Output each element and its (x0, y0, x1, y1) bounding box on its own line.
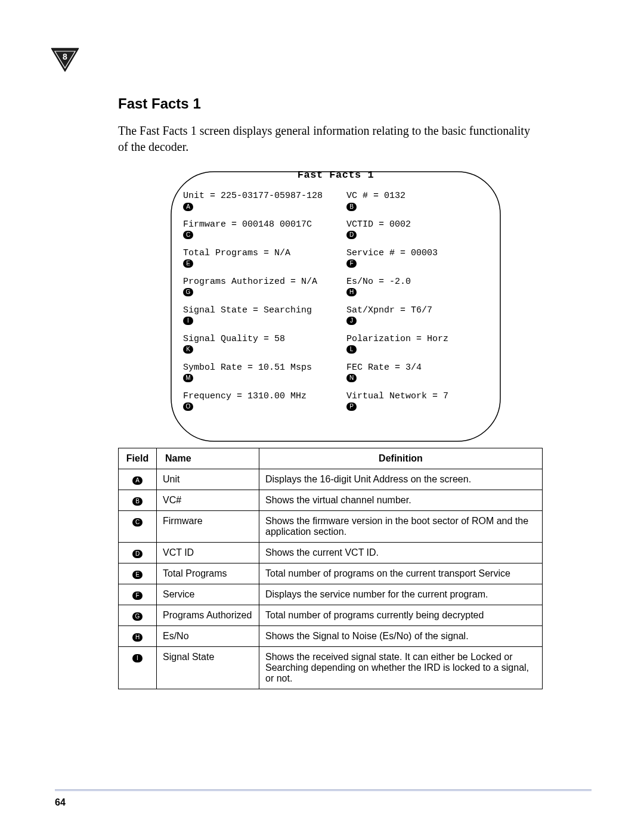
screen-value-text: Polarization = Horz (346, 335, 490, 345)
callout-marker: C (132, 518, 143, 527)
cell-definition: Displays the service number for the curr… (259, 584, 543, 605)
callout-marker: I (183, 317, 193, 325)
page-content: Fast Facts 1 The Fast Facts 1 screen dis… (118, 95, 541, 689)
cell-field: F (119, 584, 157, 605)
callout-marker: E (132, 571, 143, 579)
screen-value: Symbol Rate = 10.51 MspsM (183, 363, 337, 383)
screen-value: Firmware = 000148 00017CC (183, 220, 337, 240)
callout-marker: B (132, 497, 143, 506)
table-row: FServiceDisplays the service number for … (119, 584, 543, 605)
callout-marker: C (183, 231, 193, 239)
screen-value: FEC Rate = 3/4N (346, 363, 490, 383)
screen-value: Programs Authorized = N/AG (183, 277, 337, 298)
page-number: 64 (55, 797, 66, 808)
th-definition: Definition (259, 448, 543, 469)
screen-value: Es/No = -2.0H (346, 277, 490, 298)
cell-name: Unit (157, 469, 259, 490)
screen-value: Total Programs = N/AE (183, 249, 337, 269)
table-row: ISignal StateShows the received signal s… (119, 646, 543, 689)
table-row: BVC#Shows the virtual channel number. (119, 490, 543, 510)
cell-name: Total Programs (157, 563, 259, 584)
screen-value-text: Firmware = 000148 00017C (183, 220, 337, 230)
callout-marker: G (183, 288, 193, 296)
cell-field: I (119, 646, 157, 689)
screen-value: Frequency = 1310.00 MHzO (183, 392, 337, 412)
cell-field: A (119, 469, 157, 490)
table-row: HEs/NoShows the Signal to Noise (Es/No) … (119, 625, 543, 646)
cell-definition: Shows the virtual channel number. (259, 490, 543, 510)
callout-marker: B (346, 203, 357, 211)
screen-col-right: VC # = 0132BVCTID = 0002DService # = 000… (346, 191, 490, 420)
screen-value: Signal State = SearchingI (183, 306, 337, 326)
cell-name: Signal State (157, 646, 259, 689)
screen-value-text: Frequency = 1310.00 MHz (183, 392, 337, 402)
cell-definition: Shows the Signal to Noise (Es/No) of the… (259, 625, 543, 646)
screen-value-text: Virtual Network = 7 (346, 392, 490, 402)
callout-marker: J (346, 317, 357, 325)
fast-facts-screen: Fast Facts 1 Unit = 225-03177-05987-128A… (169, 169, 503, 433)
callout-marker: A (132, 476, 143, 485)
cell-definition: Total number of programs on the current … (259, 563, 543, 584)
callout-marker: E (183, 259, 193, 268)
callout-marker: L (346, 345, 357, 354)
screen-value: Service # = 00003F (346, 249, 490, 269)
intro-paragraph: The Fast Facts 1 screen displays general… (118, 123, 541, 155)
callout-marker: H (132, 633, 143, 642)
screen-col-left: Unit = 225-03177-05987-128AFirmware = 00… (183, 191, 337, 420)
callout-marker: F (132, 592, 143, 600)
callout-marker: A (183, 203, 193, 211)
chapter-number: 8 (51, 52, 79, 61)
definition-table: Field Name Definition AUnitDisplays the … (118, 448, 543, 689)
cell-definition: Shows the received signal state. It can … (259, 646, 543, 689)
cell-name: Programs Authorized (157, 605, 259, 625)
cell-definition: Total number of programs currently being… (259, 605, 543, 625)
section-heading: Fast Facts 1 (118, 95, 541, 112)
screen-value: VC # = 0132B (346, 191, 490, 212)
th-field: Field (119, 448, 157, 469)
cell-field: H (119, 625, 157, 646)
screen-value-text: Programs Authorized = N/A (183, 277, 337, 287)
screen-value-text: Total Programs = N/A (183, 249, 337, 259)
callout-marker: G (132, 612, 143, 621)
callout-marker: K (183, 345, 193, 354)
table-header-row: Field Name Definition (119, 448, 543, 469)
callout-marker: I (132, 654, 143, 662)
table-row: GPrograms AuthorizedTotal number of prog… (119, 605, 543, 625)
screen-value: Unit = 225-03177-05987-128A (183, 191, 337, 212)
screen-value-text: Symbol Rate = 10.51 Msps (183, 363, 337, 373)
cell-definition: Shows the current VCT ID. (259, 542, 543, 563)
screen-value-text: Es/No = -2.0 (346, 277, 490, 287)
screen-value-text: Sat/Xpndr = T6/7 (346, 306, 490, 316)
screen-value: Virtual Network = 7P (346, 392, 490, 412)
th-name: Name (157, 448, 259, 469)
cell-field: E (119, 563, 157, 584)
callout-marker: M (183, 374, 193, 382)
screen-value: Sat/Xpndr = T6/7J (346, 306, 490, 326)
screen-value-text: Signal State = Searching (183, 306, 337, 316)
footer-rule (55, 789, 592, 791)
table-row: CFirmwareShows the firmware version in t… (119, 510, 543, 542)
table-row: ETotal ProgramsTotal number of programs … (119, 563, 543, 584)
cell-field: B (119, 490, 157, 510)
screen-value-text: FEC Rate = 3/4 (346, 363, 490, 373)
callout-marker: O (183, 402, 193, 411)
cell-name: Service (157, 584, 259, 605)
table-row: AUnitDisplays the 16-digit Unit Address … (119, 469, 543, 490)
callout-marker: H (346, 288, 357, 296)
screen-body: Unit = 225-03177-05987-128AFirmware = 00… (169, 191, 503, 433)
callout-marker: N (346, 374, 357, 382)
callout-marker: D (132, 550, 143, 558)
cell-field: G (119, 605, 157, 625)
screen-value: Polarization = HorzL (346, 335, 490, 355)
screen-value: Signal Quality = 58K (183, 335, 337, 355)
screen-value-text: VC # = 0132 (346, 191, 490, 202)
cell-definition: Displays the 16-digit Unit Address on th… (259, 469, 543, 490)
cell-field: C (119, 510, 157, 542)
cell-name: Es/No (157, 625, 259, 646)
chapter-marker: 8 (51, 48, 79, 73)
screen-title: Fast Facts 1 (169, 169, 503, 181)
screen-value-text: Service # = 00003 (346, 249, 490, 259)
cell-name: Firmware (157, 510, 259, 542)
callout-marker: P (346, 402, 357, 411)
cell-field: D (119, 542, 157, 563)
